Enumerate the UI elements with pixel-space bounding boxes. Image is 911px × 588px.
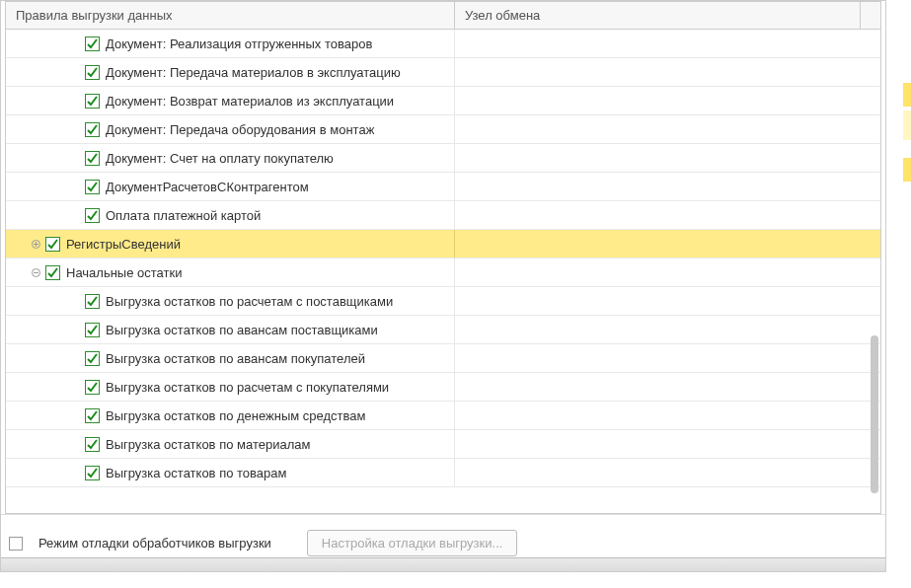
rule-checkbox[interactable] (85, 94, 100, 109)
rule-label: Выгрузка остатков по расчетам с покупате… (106, 380, 389, 395)
rule-cell: Документ: Счет на оплату покупателю (14, 144, 455, 172)
table-row[interactable]: Выгрузка остатков по товарам (6, 459, 880, 487)
rule-cell: Выгрузка остатков по авансам покупателей (14, 344, 455, 372)
rule-cell: РегистрыСведений (14, 230, 455, 257)
rule-label: Выгрузка остатков по денежным средствам (106, 408, 366, 423)
rule-label: Документ: Счет на оплату покупателю (106, 151, 334, 166)
rule-label: Выгрузка остатков по материалам (106, 437, 310, 452)
rule-checkbox[interactable] (85, 151, 100, 166)
debug-mode-checkbox[interactable] (9, 537, 23, 551)
rule-checkbox[interactable] (85, 466, 100, 480)
table-header: Правила выгрузки данных Узел обмена (6, 2, 880, 30)
rule-checkbox[interactable] (85, 122, 100, 137)
rule-cell: Выгрузка остатков по товарам (14, 459, 455, 486)
scrollbar-thumb[interactable] (871, 335, 878, 493)
rule-label: Выгрузка остатков по расчетам с поставщи… (106, 294, 393, 309)
table-row[interactable]: РегистрыСведений (6, 230, 880, 258)
rule-checkbox[interactable] (45, 237, 60, 252)
gutter-marker (903, 83, 911, 107)
table-row[interactable]: Оплата платежной картой (6, 201, 880, 230)
rule-checkbox[interactable] (85, 437, 100, 452)
rule-cell: Выгрузка остатков по расчетам с поставщи… (14, 287, 455, 315)
main-panel: Правила выгрузки данных Узел обмена Доку… (0, 0, 886, 572)
table-row[interactable]: Документ: Возврат материалов из эксплуат… (6, 87, 880, 115)
debug-settings-button[interactable]: Настройка отладки выгрузки... (307, 530, 518, 556)
rule-cell: Документ: Передача материалов в эксплуат… (14, 58, 455, 86)
table-row[interactable]: Выгрузка остатков по денежным средствам (6, 402, 880, 430)
rule-label: Документ: Реализация отгруженных товаров (106, 37, 372, 51)
table-row[interactable]: Документ: Реализация отгруженных товаров (6, 30, 880, 58)
table-row[interactable]: Документ: Счет на оплату покупателю (6, 144, 880, 173)
rule-checkbox[interactable] (85, 351, 100, 366)
rule-cell: Оплата платежной картой (14, 201, 455, 229)
rules-table: Правила выгрузки данных Узел обмена Доку… (5, 1, 881, 514)
rule-checkbox[interactable] (85, 380, 100, 395)
rule-checkbox[interactable] (85, 323, 100, 337)
rule-label: Оплата платежной картой (106, 208, 261, 223)
rule-label: Начальные остатки (66, 265, 182, 280)
gutter-marker (903, 110, 911, 140)
rule-checkbox[interactable] (85, 180, 100, 194)
table-row[interactable]: Выгрузка остатков по материалам (6, 430, 880, 459)
table-row[interactable]: Выгрузка остатков по авансам покупателей (6, 344, 880, 373)
rule-checkbox[interactable] (85, 65, 100, 80)
debug-mode-label: Режим отладки обработчиков выгрузки (38, 536, 271, 551)
table-row[interactable]: Документ: Передача оборудования в монтаж (6, 115, 880, 144)
col-header-node[interactable]: Узел обмена (455, 2, 860, 29)
table-body: Документ: Реализация отгруженных товаров… (6, 30, 880, 513)
rule-cell: Выгрузка остатков по расчетам с покупате… (14, 373, 455, 401)
rule-checkbox[interactable] (85, 408, 100, 423)
right-gutter (887, 0, 911, 588)
table-row[interactable]: Выгрузка остатков по расчетам с покупате… (6, 373, 880, 402)
table-row[interactable]: Выгрузка остатков по расчетам с поставщи… (6, 287, 880, 316)
table-row[interactable]: Выгрузка остатков по авансам поставщикам… (6, 316, 880, 344)
bottom-edge (1, 557, 885, 571)
rule-checkbox[interactable] (45, 265, 60, 280)
table-row[interactable]: Начальные остатки (6, 258, 880, 287)
rule-checkbox[interactable] (85, 37, 100, 51)
rule-label: Выгрузка остатков по авансам покупателей (106, 351, 365, 366)
collapse-icon[interactable] (30, 266, 41, 278)
col-header-rules[interactable]: Правила выгрузки данных (6, 2, 455, 29)
rule-cell: Выгрузка остатков по денежным средствам (14, 402, 455, 429)
rule-cell: Начальные остатки (14, 258, 455, 286)
rule-cell: Документ: Возврат материалов из эксплуат… (14, 87, 455, 114)
rule-label: Выгрузка остатков по товарам (106, 466, 286, 480)
table-row[interactable]: ДокументРасчетовСКонтрагентом (6, 173, 880, 201)
rule-cell: Документ: Реализация отгруженных товаров (14, 30, 455, 57)
rule-checkbox[interactable] (85, 294, 100, 309)
expand-icon[interactable] (30, 238, 41, 250)
rule-cell: Выгрузка остатков по материалам (14, 430, 455, 458)
rule-label: РегистрыСведений (66, 237, 181, 252)
rule-label: Документ: Возврат материалов из эксплуат… (106, 94, 394, 109)
rule-checkbox[interactable] (85, 208, 100, 223)
rule-label: Документ: Передача материалов в эксплуат… (106, 65, 401, 80)
rule-label: Выгрузка остатков по авансам поставщикам… (106, 323, 378, 337)
rule-label: Документ: Передача оборудования в монтаж (106, 122, 374, 137)
rule-cell: Документ: Передача оборудования в монтаж (14, 115, 455, 143)
col-header-spacer (860, 2, 880, 29)
gutter-marker (903, 158, 911, 182)
table-row[interactable]: Документ: Передача материалов в эксплуат… (6, 58, 880, 87)
rule-label: ДокументРасчетовСКонтрагентом (106, 180, 309, 194)
rule-cell: ДокументРасчетовСКонтрагентом (14, 173, 455, 200)
rule-cell: Выгрузка остатков по авансам поставщикам… (14, 316, 455, 343)
